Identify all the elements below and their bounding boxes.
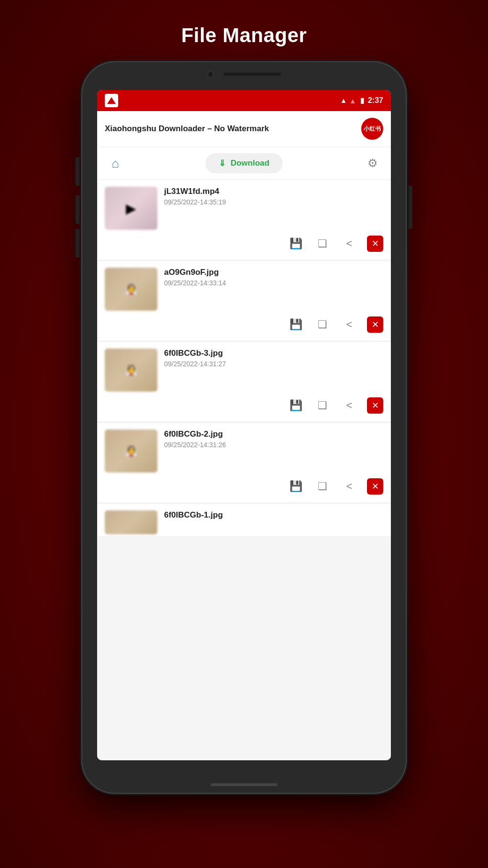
file-thumbnail: 👰 xyxy=(105,268,157,311)
home-icon: ⌂ xyxy=(111,156,119,171)
share-icon: < xyxy=(346,318,353,331)
battery-icon: ▮ xyxy=(360,96,364,105)
delete-icon: ✕ xyxy=(372,319,379,330)
save-icon: 💾 xyxy=(289,399,302,412)
file-info: 6f0IBCGb-1.jpg xyxy=(164,510,383,520)
file-name: jL31W1fd.mp4 xyxy=(164,187,383,196)
save-button[interactable]: 💾 xyxy=(287,477,305,496)
save-button[interactable]: 💾 xyxy=(287,235,305,253)
status-time: 2:37 xyxy=(368,96,383,105)
open-icon: ❏ xyxy=(318,399,327,412)
app-header: Xiaohongshu Downloader – No Watermark 小红… xyxy=(97,111,391,147)
page-title: File Manager xyxy=(181,24,307,47)
file-main-row: 👰 6f0IBCGb-2.jpg 09/25/2022-14:31:26 xyxy=(105,429,383,473)
file-info: 6f0IBCGb-2.jpg 09/25/2022-14:31:26 xyxy=(164,429,383,449)
file-date: 09/25/2022-14:33:14 xyxy=(164,279,383,287)
app-header-title: Xiaohongshu Downloader – No Watermark xyxy=(105,124,269,134)
open-button[interactable]: ❏ xyxy=(313,316,332,334)
open-button[interactable]: ❏ xyxy=(313,235,332,253)
share-icon: < xyxy=(346,480,353,493)
share-button[interactable]: < xyxy=(340,316,358,334)
file-thumbnail: 👰 xyxy=(105,349,157,392)
save-icon: 💾 xyxy=(289,480,302,493)
speaker-bar xyxy=(223,73,281,76)
file-thumbnail xyxy=(105,510,157,534)
file-info: jL31W1fd.mp4 09/25/2022-14:35:19 xyxy=(164,187,383,206)
home-indicator xyxy=(211,783,277,786)
app-status-icon xyxy=(105,94,118,107)
file-list: ▶ jL31W1fd.mp4 09/25/2022-14:35:19 💾 ❏ xyxy=(97,180,391,760)
open-icon: ❏ xyxy=(318,318,327,331)
phone-frame: ▴ ▲ ▮ 2:37 Xiaohongshu Downloader – No W… xyxy=(81,61,407,794)
share-icon: < xyxy=(346,237,353,250)
signal-icon: ▲ xyxy=(349,97,356,105)
save-icon: 💾 xyxy=(289,237,302,250)
save-button[interactable]: 💾 xyxy=(287,396,305,415)
share-button[interactable]: < xyxy=(340,396,358,415)
open-icon: ❏ xyxy=(318,237,327,250)
open-button[interactable]: ❏ xyxy=(313,396,332,415)
file-name: aO9Gn9oF.jpg xyxy=(164,268,383,277)
download-label: Download xyxy=(231,158,269,168)
file-thumbnail: 👰 xyxy=(105,429,157,473)
file-name: 6f0IBCGb-1.jpg xyxy=(164,510,383,520)
file-actions: 💾 ❏ < ✕ xyxy=(105,316,383,334)
file-actions: 💾 ❏ < ✕ xyxy=(105,396,383,415)
save-icon: 💾 xyxy=(289,318,302,331)
file-name: 6f0IBCGb-2.jpg xyxy=(164,429,383,439)
nav-toolbar: ⌂ ⇓ Download ⚙ xyxy=(97,147,391,180)
status-bar: ▴ ▲ ▮ 2:37 xyxy=(97,90,391,111)
list-item: ▶ jL31W1fd.mp4 09/25/2022-14:35:19 💾 ❏ xyxy=(97,180,391,259)
share-icon: < xyxy=(346,399,353,412)
file-date: 09/25/2022-14:31:27 xyxy=(164,360,383,368)
delete-button[interactable]: ✕ xyxy=(367,236,383,252)
download-button[interactable]: ⇓ Download xyxy=(205,153,283,173)
open-button[interactable]: ❏ xyxy=(313,477,332,496)
list-item: 👰 6f0IBCGb-2.jpg 09/25/2022-14:31:26 💾 ❏ xyxy=(97,423,391,502)
settings-button[interactable]: ⚙ xyxy=(362,153,383,174)
file-main-row: 👰 aO9Gn9oF.jpg 09/25/2022-14:33:14 xyxy=(105,268,383,311)
delete-icon: ✕ xyxy=(372,400,379,411)
phone-top xyxy=(172,71,316,78)
file-date: 09/25/2022-14:31:26 xyxy=(164,441,383,449)
share-button[interactable]: < xyxy=(340,235,358,253)
file-main-row: 6f0IBCGb-1.jpg xyxy=(105,510,383,534)
file-info: 6f0IBCGb-3.jpg 09/25/2022-14:31:27 xyxy=(164,349,383,368)
list-item: 👰 aO9Gn9oF.jpg 09/25/2022-14:33:14 💾 ❏ xyxy=(97,261,391,340)
file-thumbnail: ▶ xyxy=(105,187,157,230)
list-item: 👰 6f0IBCGb-3.jpg 09/25/2022-14:31:27 💾 ❏ xyxy=(97,342,391,421)
file-actions: 💾 ❏ < ✕ xyxy=(105,235,383,253)
share-button[interactable]: < xyxy=(340,477,358,496)
status-right: ▴ ▲ ▮ 2:37 xyxy=(342,96,383,105)
file-actions: 💾 ❏ < ✕ xyxy=(105,477,383,496)
save-button[interactable]: 💾 xyxy=(287,316,305,334)
delete-button[interactable]: ✕ xyxy=(367,316,383,333)
delete-icon: ✕ xyxy=(372,238,379,249)
home-button[interactable]: ⌂ xyxy=(105,153,126,174)
settings-icon: ⚙ xyxy=(367,157,378,170)
delete-icon: ✕ xyxy=(372,481,379,492)
phone-screen: ▴ ▲ ▮ 2:37 Xiaohongshu Downloader – No W… xyxy=(97,90,391,760)
delete-button[interactable]: ✕ xyxy=(367,397,383,414)
file-main-row: ▶ jL31W1fd.mp4 09/25/2022-14:35:19 xyxy=(105,187,383,230)
delete-button[interactable]: ✕ xyxy=(367,478,383,495)
file-main-row: 👰 6f0IBCGb-3.jpg 09/25/2022-14:31:27 xyxy=(105,349,383,392)
file-name: 6f0IBCGb-3.jpg xyxy=(164,349,383,358)
status-left xyxy=(105,94,118,107)
camera-icon xyxy=(207,71,214,78)
app-logo-badge[interactable]: 小红书 xyxy=(361,118,383,140)
download-icon: ⇓ xyxy=(219,158,226,169)
wifi-icon: ▴ xyxy=(342,96,345,105)
file-info: aO9Gn9oF.jpg 09/25/2022-14:33:14 xyxy=(164,268,383,287)
file-date: 09/25/2022-14:35:19 xyxy=(164,198,383,206)
list-item: 6f0IBCGb-1.jpg xyxy=(97,504,391,536)
open-icon: ❏ xyxy=(318,480,327,493)
